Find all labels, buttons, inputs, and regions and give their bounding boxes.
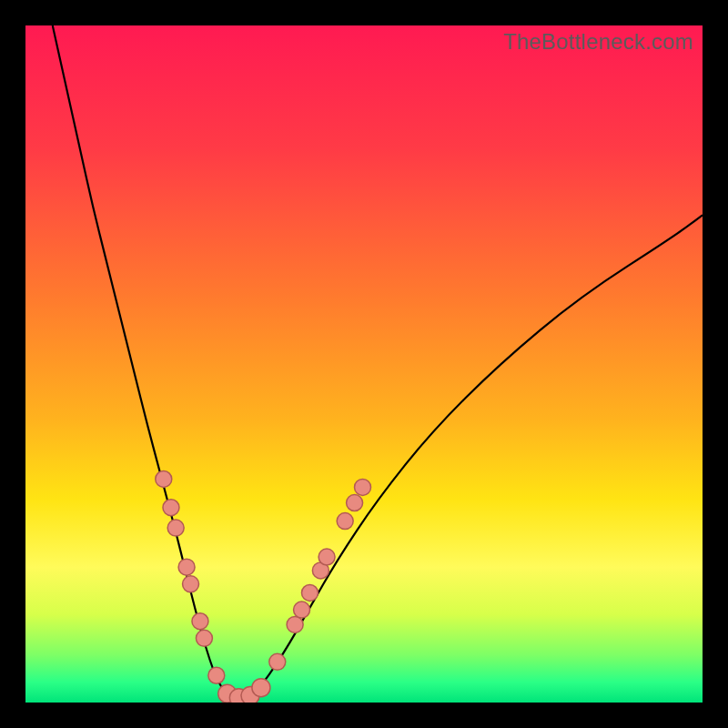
data-marker	[163, 500, 179, 516]
data-marker	[355, 479, 371, 495]
data-marker	[337, 513, 353, 530]
watermark-text: TheBottleneck.com	[503, 29, 693, 55]
data-marker	[269, 653, 286, 670]
data-markers	[156, 470, 371, 703]
data-marker	[178, 559, 195, 575]
data-marker	[287, 616, 303, 632]
data-marker	[156, 470, 172, 487]
data-marker	[318, 549, 335, 565]
data-marker	[252, 679, 270, 697]
chart-frame: TheBottleneck.com	[0, 0, 728, 728]
bottleneck-curve	[53, 25, 703, 701]
data-marker	[294, 602, 310, 618]
bottleneck-curve-layer	[25, 25, 703, 703]
data-marker	[183, 576, 199, 592]
data-marker	[167, 520, 184, 536]
data-marker	[347, 495, 363, 511]
data-marker	[192, 613, 208, 630]
data-marker	[208, 667, 225, 683]
data-marker	[196, 630, 212, 646]
data-marker	[301, 584, 318, 601]
plot-area: TheBottleneck.com	[25, 25, 703, 703]
